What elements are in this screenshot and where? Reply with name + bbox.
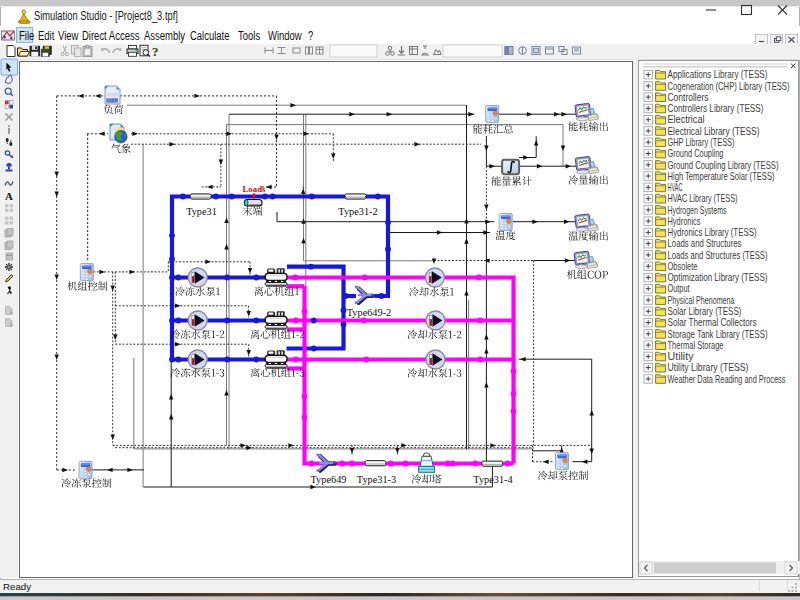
svg-text:Utility: Utility xyxy=(668,351,695,362)
svg-text:Obsolete: Obsolete xyxy=(668,261,698,272)
svg-text:Type649: Type649 xyxy=(311,474,347,485)
svg-text:Controllers: Controllers xyxy=(668,92,709,103)
svg-text:Loads and Structures (TESS): Loads and Structures (TESS) xyxy=(668,250,768,261)
svg-text:Solar Thermal Collectors: Solar Thermal Collectors xyxy=(668,317,757,328)
svg-text:Controllers Library (TESS): Controllers Library (TESS) xyxy=(668,103,764,114)
svg-text:Solar Library (TESS): Solar Library (TESS) xyxy=(668,306,742,317)
svg-text:Optimization Library (TESS): Optimization Library (TESS) xyxy=(668,272,768,283)
svg-text:GHP Library (TESS): GHP Library (TESS) xyxy=(668,137,735,148)
svg-text:Utility Library (TESS): Utility Library (TESS) xyxy=(668,362,749,373)
svg-text:Weather Data Reading and Proce: Weather Data Reading and Process xyxy=(668,374,786,385)
svg-text:Output: Output xyxy=(668,283,690,294)
svg-text:Ground Coupling: Ground Coupling xyxy=(668,148,724,159)
svg-text:Physical Phenomena: Physical Phenomena xyxy=(668,295,735,306)
svg-text:Type31: Type31 xyxy=(186,206,217,217)
svg-text:?: ? xyxy=(152,44,159,59)
svg-text:Applications Library (TESS): Applications Library (TESS) xyxy=(668,69,768,80)
svg-text:Electrical: Electrical xyxy=(668,114,705,125)
svg-text:High Temperature Solar (TESS): High Temperature Solar (TESS) xyxy=(668,171,775,182)
svg-text:A: A xyxy=(5,190,13,202)
svg-text:Type31-3: Type31-3 xyxy=(357,474,396,485)
svg-text:Hydronics Library (TESS): Hydronics Library (TESS) xyxy=(668,227,757,238)
svg-text:HVAC: HVAC xyxy=(668,182,683,193)
svg-text:Hydronics: Hydronics xyxy=(668,216,701,227)
svg-text:Type31-4: Type31-4 xyxy=(473,474,512,485)
svg-text:Ground Coupling Library (TESS): Ground Coupling Library (TESS) xyxy=(668,160,779,171)
svg-text:Cogeneration (CHP) Library (TE: Cogeneration (CHP) Library (TESS) xyxy=(668,81,790,92)
svg-text:Type649-2: Type649-2 xyxy=(347,307,391,318)
svg-text:Type31-2: Type31-2 xyxy=(338,206,377,217)
svg-text:Thermal Storage: Thermal Storage xyxy=(668,340,724,351)
svg-text:Loads and Structures: Loads and Structures xyxy=(668,238,742,249)
svg-text:Loads: Loads xyxy=(243,184,267,194)
svg-text:Storage Tank Library (TESS): Storage Tank Library (TESS) xyxy=(668,329,768,340)
svg-text:Hydrogen Systems: Hydrogen Systems xyxy=(668,205,727,216)
svg-text:HVAC Library (TESS): HVAC Library (TESS) xyxy=(668,193,738,204)
svg-text:Electrical Library (TESS): Electrical Library (TESS) xyxy=(668,126,760,137)
